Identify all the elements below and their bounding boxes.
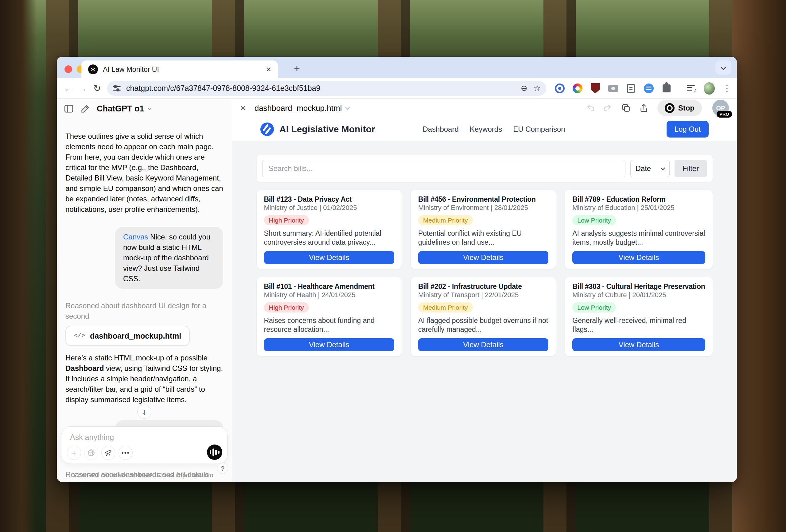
camera-extension-icon[interactable]: [608, 83, 619, 94]
back-button[interactable]: ←: [62, 82, 76, 95]
new-tab-button[interactable]: +: [290, 62, 304, 75]
logout-button[interactable]: Log Out: [667, 121, 709, 138]
browser-window: ∗ AI Law Monitor UI × + ← → ↻ chatgpt.co…: [57, 57, 737, 482]
model-label: ChatGPT o1: [97, 104, 144, 114]
blue-badge-extension-icon[interactable]: [643, 83, 654, 94]
bill-meta: Ministry of Culture | 20/01/2025: [572, 291, 705, 299]
canvas-close-icon[interactable]: ×: [240, 103, 246, 113]
tab-search-button[interactable]: [715, 61, 731, 75]
attach-plus-button[interactable]: +: [67, 446, 81, 460]
bill-meta: Ministry of Justice | 01/02/2025: [264, 204, 394, 211]
assistant-message: Here’s a static HTML mock-up of a possib…: [65, 353, 223, 405]
priority-badge: High Priority: [264, 302, 309, 313]
view-details-button[interactable]: View Details: [264, 338, 394, 351]
browser-menu-icon[interactable]: ⋮: [721, 83, 733, 94]
priority-badge: Medium Priority: [418, 302, 473, 313]
share-icon[interactable]: [639, 103, 649, 113]
date-filter-select[interactable]: Date: [630, 160, 670, 177]
composer[interactable]: + •••: [61, 426, 228, 464]
app-brand: AI Legislative Monitor: [279, 124, 375, 135]
stop-button[interactable]: Stop: [657, 100, 702, 116]
deep-research-telescope-icon[interactable]: [101, 446, 115, 460]
new-chat-icon[interactable]: [80, 103, 91, 114]
profile-avatar[interactable]: [704, 83, 715, 94]
bill-title: Bill #123 - Data Privacy Act: [264, 195, 394, 204]
redo-icon[interactable]: [602, 103, 612, 113]
chevron-down-icon: [721, 65, 726, 70]
nav-eu-comparison[interactable]: EU Comparison: [513, 125, 565, 134]
document-extension-icon[interactable]: [625, 83, 637, 94]
close-window-button[interactable]: [65, 65, 72, 73]
bill-meta: Ministry of Environment | 28/01/2025: [418, 204, 548, 211]
bill-card: Bill #303 - Cultural Heritage Preservati…: [565, 277, 712, 356]
view-details-button[interactable]: View Details: [572, 251, 705, 264]
view-details-button[interactable]: View Details: [572, 338, 705, 351]
extensions-area: ♪ ⋮: [554, 83, 733, 94]
bill-card-grid: Bill #123 - Data Privacy Act Ministry of…: [257, 190, 713, 356]
reasoning-summary[interactable]: Reasoned about dashboard UI design for a…: [65, 301, 223, 321]
priority-badge: Low Priority: [572, 302, 616, 313]
copy-icon[interactable]: [621, 103, 631, 113]
composer-more-button[interactable]: •••: [118, 446, 133, 460]
address-bar[interactable]: chatgpt.com/c/67a37847-0978-8008-9324-61…: [107, 81, 546, 96]
media-queue-icon[interactable]: ♪: [686, 83, 697, 94]
search-bills-input[interactable]: [262, 160, 625, 177]
view-details-button[interactable]: View Details: [418, 338, 548, 351]
bill-title: Bill #456 - Environmental Protection: [418, 195, 548, 204]
app-logo-icon: [260, 122, 274, 136]
bill-meta: Ministry of Health | 24/01/2025: [264, 291, 394, 299]
bookmark-star-icon[interactable]: ☆: [534, 84, 541, 93]
bill-summary: Raises concerns about funding and resour…: [264, 316, 394, 334]
bill-summary: Short summary: AI-identified potential c…: [264, 229, 394, 247]
chatgpt-favicon-icon: ∗: [88, 65, 98, 74]
colorwheel-extension-icon[interactable]: [572, 83, 583, 94]
chat-input[interactable]: [70, 433, 203, 442]
reload-button[interactable]: ↻: [90, 82, 104, 95]
user-message-bubble: Canvas Nice, so could you now build a st…: [115, 227, 223, 289]
bill-title: Bill #789 - Education Reform: [572, 195, 705, 204]
nav-keywords[interactable]: Keywords: [470, 125, 502, 134]
browser-tab[interactable]: ∗ AI Law Monitor UI ×: [82, 61, 278, 78]
canvas-header: × dashboard_mockup.html: [232, 98, 737, 118]
nav-dashboard[interactable]: Dashboard: [422, 125, 458, 134]
date-filter-value: Date: [635, 164, 651, 173]
bill-card: Bill #456 - Environmental Protection Min…: [411, 190, 556, 269]
extensions-puzzle-icon[interactable]: [661, 83, 672, 94]
canvas-title: dashboard_mockup.html: [255, 103, 342, 113]
help-button[interactable]: ?: [217, 463, 228, 474]
forward-button[interactable]: →: [76, 82, 90, 95]
view-details-button[interactable]: View Details: [264, 251, 394, 264]
bill-summary: Potential conflict with existing EU guid…: [418, 229, 548, 247]
canvas-file-chip[interactable]: </> dashboard_mockup.html: [65, 326, 190, 346]
bill-meta: Ministry of Transport | 22/01/2025: [418, 291, 548, 299]
pro-badge: PRO: [717, 111, 732, 118]
site-info-icon[interactable]: [113, 86, 121, 91]
url-text[interactable]: chatgpt.com/c/67a37847-0978-8008-9324-61…: [126, 84, 514, 93]
sidebar-toggle-icon[interactable]: [64, 103, 74, 114]
bill-card: Bill #123 - Data Privacy Act Ministry of…: [257, 190, 401, 269]
onepassword-icon[interactable]: [554, 83, 565, 94]
toolbar-divider: [679, 84, 679, 93]
canvas-title-menu[interactable]: dashboard_mockup.html: [255, 103, 349, 113]
bill-summary: AI flagged possible budget overruns if n…: [418, 316, 548, 334]
canvas-link[interactable]: Canvas: [123, 233, 148, 241]
assistant-message: These outlines give a solid sense of whi…: [65, 131, 223, 214]
tab-close-icon[interactable]: ×: [266, 65, 271, 74]
model-switcher[interactable]: ChatGPT o1: [97, 104, 151, 114]
filter-button[interactable]: Filter: [674, 160, 707, 177]
bill-meta: Ministry of Education | 25/01/2025: [572, 204, 705, 211]
view-details-button[interactable]: View Details: [418, 251, 548, 264]
zoom-page-icon[interactable]: ⊖: [521, 84, 528, 93]
undo-icon[interactable]: [586, 103, 596, 113]
chevron-down-icon: [345, 105, 350, 110]
account-avatar[interactable]: OP PRO: [712, 100, 729, 116]
scroll-to-bottom-button[interactable]: ↓: [137, 404, 152, 419]
background-tree-trunk-right: [732, 0, 786, 532]
code-icon: </>: [74, 331, 85, 341]
web-search-globe-icon[interactable]: [84, 446, 98, 460]
priority-badge: High Priority: [264, 215, 309, 225]
tab-strip: ∗ AI Law Monitor UI × +: [57, 57, 737, 78]
voice-mode-button[interactable]: [207, 444, 222, 460]
ublock-shield-icon[interactable]: [590, 83, 601, 94]
app-header: AI Legislative Monitor Dashboard Keyword…: [232, 118, 737, 141]
